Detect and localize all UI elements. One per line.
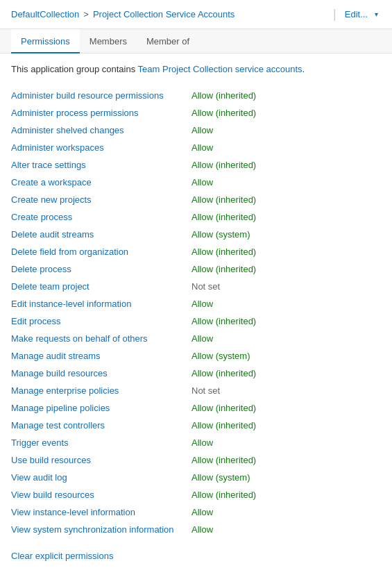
table-row: Make requests on behalf of othersAllow (11, 330, 381, 347)
table-row: Administer build resource permissionsAll… (11, 87, 381, 104)
main-content: This application group contains Team Pro… (0, 53, 392, 571)
table-row: Create a workspaceAllow (11, 174, 381, 191)
table-row: View audit logAllow (system) (11, 469, 381, 486)
permission-value: Allow (inherited) (191, 420, 381, 431)
table-row: View instance-level informationAllow (11, 503, 381, 521)
table-row: Use build resourcesAllow (inherited) (11, 451, 381, 469)
page-header: DefaultCollection > Project Collection S… (0, 0, 392, 29)
permission-name[interactable]: Delete audit streams (11, 229, 191, 240)
permission-name[interactable]: Manage enterprise policies (11, 385, 191, 396)
permission-name[interactable]: Create a workspace (11, 177, 191, 187)
permission-value: Allow (191, 524, 381, 535)
table-row: Delete audit streamsAllow (system) (11, 226, 381, 243)
permission-name[interactable]: Delete process (11, 264, 191, 274)
permission-value: Allow (191, 177, 381, 187)
permission-name[interactable]: Administer shelved changes (11, 125, 191, 135)
permission-value: Allow (191, 333, 381, 344)
header-divider: | (333, 7, 336, 22)
edit-button[interactable]: Edit... (342, 8, 370, 21)
table-row: Manage pipeline policiesAllow (inherited… (11, 399, 381, 417)
breadcrumb: DefaultCollection > Project Collection S… (11, 9, 235, 19)
group-description: This application group contains Team Pro… (11, 63, 381, 76)
table-row: Administer workspacesAllow (11, 139, 381, 156)
permission-value: Allow (system) (191, 351, 381, 361)
permission-name[interactable]: Administer process permissions (11, 108, 191, 118)
description-suffix: . (302, 64, 305, 74)
table-row: Delete field from organizationAllow (inh… (11, 243, 381, 260)
table-row: Edit instance-level informationAllow (11, 295, 381, 312)
table-row: Manage audit streamsAllow (system) (11, 347, 381, 365)
tab-members[interactable]: Members (80, 29, 137, 53)
permission-value: Allow (inherited) (191, 212, 381, 222)
table-row: Manage test controllersAllow (inherited) (11, 417, 381, 434)
clear-permissions-link[interactable]: Clear explicit permissions (11, 551, 113, 561)
permission-name[interactable]: Manage pipeline policies (11, 403, 191, 413)
table-row: Delete team projectNot set (11, 278, 381, 295)
permission-value: Allow (inherited) (191, 403, 381, 413)
table-row: Alter trace settingsAllow (inherited) (11, 156, 381, 174)
permission-value: Allow (system) (191, 472, 381, 483)
permission-value: Allow (inherited) (191, 455, 381, 465)
tab-permissions[interactable]: Permissions (11, 29, 80, 53)
table-row: Create processAllow (inherited) (11, 208, 381, 226)
breadcrumb-separator: > (83, 9, 89, 19)
table-row: Create new projectsAllow (inherited) (11, 191, 381, 208)
permission-value: Allow (inherited) (191, 160, 381, 170)
table-row: Edit processAllow (inherited) (11, 312, 381, 330)
permission-value: Allow (inherited) (191, 108, 381, 118)
permission-value: Not set (191, 385, 381, 396)
table-row: View system synchronization informationA… (11, 521, 381, 538)
permission-value: Allow (inherited) (191, 90, 381, 101)
permission-value: Allow (inherited) (191, 490, 381, 500)
tab-member-of[interactable]: Member of (137, 29, 199, 53)
permission-name[interactable]: Manage audit streams (11, 351, 191, 361)
permission-value: Allow (inherited) (191, 264, 381, 274)
breadcrumb-current: Project Collection Service Accounts (93, 9, 235, 19)
permission-name[interactable]: Trigger events (11, 437, 191, 448)
permission-name[interactable]: View build resources (11, 490, 191, 500)
permission-value: Allow (inherited) (191, 194, 381, 205)
table-row: Trigger eventsAllow (11, 434, 381, 451)
permission-name[interactable]: Create new projects (11, 194, 191, 205)
description-prefix: This application group contains (11, 64, 138, 74)
permission-name[interactable]: Edit process (11, 316, 191, 326)
permission-name[interactable]: Make requests on behalf of others (11, 333, 191, 344)
permissions-table: Administer build resource permissionsAll… (11, 87, 381, 538)
permission-name[interactable]: Delete field from organization (11, 247, 191, 257)
header-actions: | Edit... ▾ (329, 7, 381, 22)
tab-bar: Permissions Members Member of (0, 29, 392, 53)
permission-name[interactable]: Administer build resource permissions (11, 90, 191, 101)
permission-value: Allow (inherited) (191, 368, 381, 378)
permission-name[interactable]: Manage test controllers (11, 420, 191, 431)
permission-name[interactable]: Manage build resources (11, 368, 191, 378)
permission-value: Allow (inherited) (191, 247, 381, 257)
permission-name[interactable]: View instance-level information (11, 507, 191, 517)
breadcrumb-parent[interactable]: DefaultCollection (11, 9, 79, 19)
permission-name[interactable]: Administer workspaces (11, 142, 191, 153)
permission-value: Allow (191, 299, 381, 309)
description-highlight: Team Project Collection service accounts (138, 64, 302, 74)
permission-value: Allow (system) (191, 229, 381, 240)
permission-name[interactable]: Delete team project (11, 281, 191, 292)
permission-name[interactable]: Use build resources (11, 455, 191, 465)
table-row: Manage build resourcesAllow (inherited) (11, 365, 381, 382)
permission-name[interactable]: Alter trace settings (11, 160, 191, 170)
permission-value: Allow (191, 437, 381, 448)
permission-name[interactable]: View system synchronization information (11, 524, 191, 535)
permission-value: Allow (inherited) (191, 316, 381, 326)
permission-name[interactable]: Create process (11, 212, 191, 222)
table-row: Delete processAllow (inherited) (11, 260, 381, 278)
permission-value: Allow (191, 142, 381, 153)
table-row: View build resourcesAllow (inherited) (11, 486, 381, 503)
permission-value: Allow (191, 507, 381, 517)
permission-value: Allow (191, 125, 381, 135)
permission-name[interactable]: Edit instance-level information (11, 299, 191, 309)
dropdown-arrow-icon[interactable]: ▾ (372, 9, 381, 19)
table-row: Administer process permissionsAllow (inh… (11, 104, 381, 122)
permission-value: Not set (191, 281, 381, 292)
table-row: Manage enterprise policiesNot set (11, 382, 381, 399)
table-row: Administer shelved changesAllow (11, 122, 381, 139)
permission-name[interactable]: View audit log (11, 472, 191, 483)
